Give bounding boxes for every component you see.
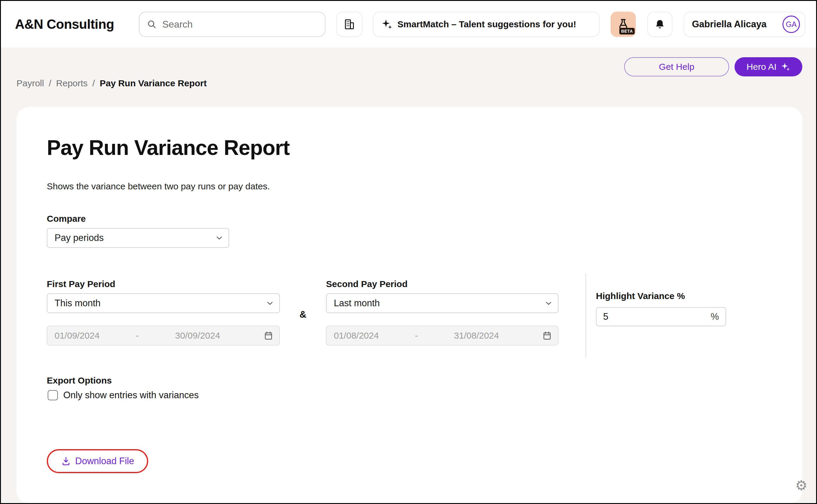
- page-description: Shows the variance between two pay runs …: [47, 181, 270, 191]
- first-period-select[interactable]: This month: [47, 293, 280, 313]
- compare-label: Compare: [47, 214, 86, 224]
- variance-only-row: Only show entries with variances: [48, 390, 198, 401]
- breadcrumb-separator: /: [49, 78, 51, 88]
- second-period-start-date: 01/08/2024: [334, 331, 379, 341]
- compare-select-value: Pay periods: [55, 233, 104, 243]
- search-box[interactable]: [139, 12, 325, 37]
- calendar-icon: [542, 331, 552, 340]
- search-icon: [147, 19, 157, 29]
- joiner-label: &: [294, 309, 312, 320]
- calendar-icon: [264, 331, 273, 340]
- sparkle-icon: [381, 19, 393, 30]
- app-screen: A&N Consulting: [0, 0, 817, 504]
- download-file-button[interactable]: Download File: [61, 456, 134, 467]
- highlight-variance-input[interactable]: [603, 311, 711, 322]
- variance-only-label: Only show entries with variances: [63, 390, 198, 401]
- chevron-down-icon: [266, 299, 275, 308]
- breadcrumb-reports[interactable]: Reports: [56, 78, 88, 88]
- export-options-label: Export Options: [47, 375, 112, 386]
- user-name: Gabriella Alicaya: [692, 19, 783, 30]
- vertical-divider: [585, 274, 586, 357]
- download-file-label: Download File: [75, 456, 134, 467]
- first-period-start-date: 01/09/2024: [55, 331, 99, 341]
- get-help-button[interactable]: Get Help: [624, 57, 729, 76]
- download-annotation-circle: Download File: [47, 449, 148, 473]
- compare-select[interactable]: Pay periods: [47, 228, 229, 248]
- highlight-variance-label: Highlight Variance %: [596, 291, 685, 301]
- building-icon: [343, 18, 355, 30]
- bell-icon: [654, 19, 666, 30]
- first-period-label: First Pay Period: [47, 279, 115, 289]
- first-period-daterange[interactable]: 01/09/2024 - 30/09/2024: [47, 326, 280, 345]
- top-bar: A&N Consulting: [1, 1, 816, 48]
- second-period-select-value: Last month: [334, 298, 380, 309]
- sparkle-icon: [781, 62, 790, 72]
- breadcrumb-current: Pay Run Variance Report: [99, 78, 207, 88]
- breadcrumb: Payroll / Reports / Pay Run Variance Rep…: [16, 78, 207, 88]
- download-icon: [61, 456, 71, 466]
- get-help-label: Get Help: [659, 62, 694, 72]
- user-menu[interactable]: Gabriella Alicaya GA: [684, 12, 805, 37]
- report-card: Pay Run Variance Report Shows the varian…: [16, 107, 802, 503]
- hero-ai-label: Hero AI: [747, 62, 777, 72]
- breadcrumb-payroll[interactable]: Payroll: [16, 78, 44, 88]
- date-separator: -: [415, 331, 418, 341]
- second-period-end-date: 31/08/2024: [454, 331, 499, 341]
- second-period-daterange[interactable]: 01/08/2024 - 31/08/2024: [326, 326, 558, 345]
- organisation-button[interactable]: [336, 12, 363, 37]
- date-separator: -: [136, 331, 139, 341]
- settings-gear-icon[interactable]: ⚙: [795, 479, 807, 492]
- percent-suffix: %: [711, 311, 719, 322]
- smartmatch-banner[interactable]: SmartMatch – Talent suggestions for you!: [373, 12, 599, 37]
- avatar: GA: [783, 16, 800, 33]
- first-period-end-date: 30/09/2024: [175, 331, 220, 341]
- search-input[interactable]: [162, 19, 306, 30]
- variance-only-checkbox[interactable]: [48, 390, 58, 400]
- chevron-down-icon: [544, 299, 553, 308]
- page-title: Pay Run Variance Report: [47, 136, 290, 160]
- beta-labs-button[interactable]: BETA: [610, 12, 636, 37]
- smartmatch-label: SmartMatch – Talent suggestions for you!: [397, 19, 576, 29]
- highlight-variance-field: %: [596, 307, 726, 326]
- second-period-label: Second Pay Period: [326, 279, 408, 289]
- hero-ai-button[interactable]: Hero AI: [735, 57, 802, 76]
- breadcrumb-separator: /: [92, 78, 95, 88]
- second-period-select[interactable]: Last month: [326, 293, 558, 313]
- notifications-button[interactable]: [647, 12, 673, 37]
- beta-badge: BETA: [620, 28, 635, 34]
- company-name: A&N Consulting: [15, 1, 114, 48]
- chevron-down-icon: [215, 233, 224, 242]
- first-period-select-value: This month: [55, 298, 100, 309]
